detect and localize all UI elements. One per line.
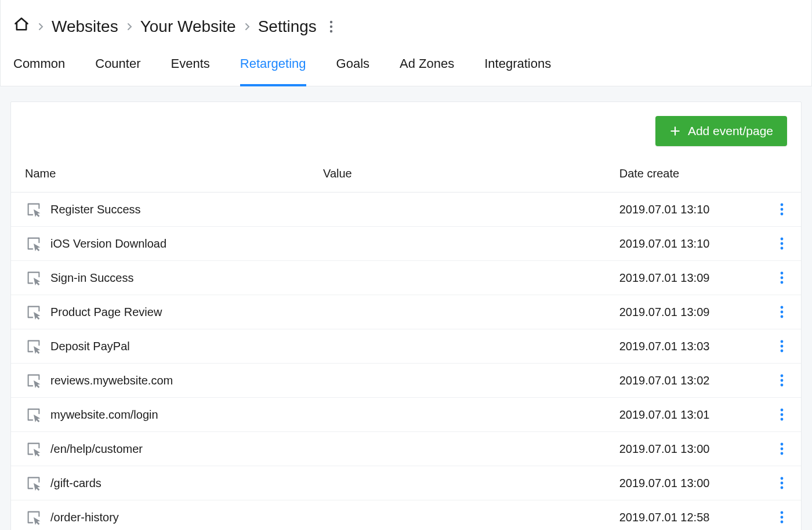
svg-point-14: [781, 315, 784, 318]
svg-point-1: [330, 25, 332, 27]
row-menu-button[interactable]: [777, 371, 787, 390]
page-click-icon: [25, 372, 42, 389]
content-area: Add event/page Name Value Date create Re…: [0, 86, 812, 530]
row-name: Product Page Review: [50, 306, 162, 319]
table-row: mywebsite.com/login 2019.07.01 13:01: [11, 398, 801, 432]
table-row: Register Success 2019.07.01 13:10: [11, 193, 801, 227]
page-click-icon: [25, 509, 42, 526]
row-menu-button[interactable]: [777, 473, 787, 493]
breadcrumb: Websites Your Website Settings: [1, 0, 811, 47]
row-menu-button[interactable]: [777, 302, 787, 322]
home-icon[interactable]: [13, 16, 30, 37]
row-date: 2019.07.01 13:09: [606, 261, 763, 295]
row-date: 2019.07.01 13:10: [606, 193, 763, 227]
page-click-icon: [25, 235, 42, 252]
page-click-icon: [25, 337, 42, 355]
svg-point-11: [781, 281, 784, 284]
svg-point-13: [781, 311, 784, 314]
svg-point-18: [781, 375, 784, 377]
breadcrumb-menu-button[interactable]: [325, 18, 338, 35]
row-menu-button[interactable]: [777, 507, 787, 527]
row-menu-button[interactable]: [777, 199, 787, 219]
row-name: Sign-in Success: [50, 271, 133, 285]
svg-point-20: [781, 384, 784, 387]
row-date: 2019.07.01 13:03: [606, 329, 763, 364]
row-date: 2019.07.01 13:10: [606, 227, 763, 261]
table-row: /en/help/customer 2019.07.01 13:00: [11, 432, 801, 466]
row-value: [309, 295, 606, 329]
row-date: 2019.07.01 13:00: [606, 466, 763, 500]
svg-point-6: [781, 238, 784, 241]
svg-point-27: [781, 477, 784, 480]
page-click-icon: [25, 474, 42, 492]
page-click-icon: [25, 201, 42, 218]
column-header-date: Date create: [606, 153, 763, 193]
table-row: Product Page Review 2019.07.01 13:09: [11, 295, 801, 329]
svg-point-0: [330, 20, 332, 23]
tab-common[interactable]: Common: [13, 47, 65, 86]
events-card: Add event/page Name Value Date create Re…: [10, 101, 802, 530]
svg-point-7: [781, 242, 784, 245]
tab-ad-zones[interactable]: Ad Zones: [400, 47, 454, 86]
page-click-icon: [25, 406, 42, 423]
breadcrumb-your-website[interactable]: Your Website: [140, 17, 236, 36]
table-row: reviews.mywebsite.com 2019.07.01 13:02: [11, 364, 801, 398]
tab-counter[interactable]: Counter: [95, 47, 140, 86]
tab-integrations[interactable]: Integrations: [484, 47, 551, 86]
row-menu-button[interactable]: [777, 405, 787, 424]
svg-point-28: [781, 482, 784, 485]
row-menu-button[interactable]: [777, 439, 787, 459]
tab-events[interactable]: Events: [171, 47, 210, 86]
row-name: Deposit PayPal: [50, 340, 130, 353]
page-click-icon: [25, 440, 42, 458]
svg-point-17: [781, 350, 784, 353]
page-click-icon: [25, 269, 42, 286]
row-value: [309, 364, 606, 398]
chevron-right-icon: [244, 22, 250, 31]
row-value: [309, 193, 606, 227]
svg-point-25: [781, 448, 784, 451]
row-value: [309, 398, 606, 432]
table-row: Sign-in Success 2019.07.01 13:09: [11, 261, 801, 295]
page-click-icon: [25, 303, 42, 321]
svg-point-5: [781, 213, 784, 216]
row-name: /gift-cards: [50, 477, 102, 490]
row-value: [309, 261, 606, 295]
page-header: Websites Your Website Settings Common Co…: [0, 0, 812, 86]
svg-point-8: [781, 247, 784, 250]
tab-retargeting[interactable]: Retargeting: [240, 47, 306, 86]
svg-point-3: [781, 204, 784, 206]
events-table: Name Value Date create Register Success …: [11, 153, 801, 530]
row-value: [309, 227, 606, 261]
svg-point-19: [781, 379, 784, 382]
tab-goals[interactable]: Goals: [336, 47, 369, 86]
row-menu-button[interactable]: [777, 268, 787, 288]
svg-point-31: [781, 516, 784, 519]
svg-point-10: [781, 277, 784, 279]
row-value: [309, 500, 606, 531]
row-value: [309, 329, 606, 364]
table-row: /order-history 2019.07.01 12:58: [11, 500, 801, 531]
svg-point-16: [781, 345, 784, 348]
tab-bar: Common Counter Events Retargeting Goals …: [1, 47, 811, 86]
row-date: 2019.07.01 12:58: [606, 500, 763, 531]
svg-point-23: [781, 418, 784, 421]
row-name: mywebsite.com/login: [50, 408, 158, 422]
svg-point-21: [781, 409, 784, 412]
svg-point-12: [781, 306, 784, 309]
table-row: iOS Version Download 2019.07.01 13:10: [11, 227, 801, 261]
svg-point-9: [781, 272, 784, 275]
breadcrumb-settings[interactable]: Settings: [258, 17, 317, 36]
svg-point-2: [330, 30, 332, 32]
svg-point-30: [781, 511, 784, 514]
table-row: Deposit PayPal 2019.07.01 13:03: [11, 329, 801, 364]
svg-point-15: [781, 340, 784, 343]
add-event-page-button[interactable]: Add event/page: [655, 116, 787, 146]
breadcrumb-websites[interactable]: Websites: [52, 17, 118, 36]
row-menu-button[interactable]: [777, 336, 787, 356]
row-name: /en/help/customer: [50, 442, 143, 456]
table-row: /gift-cards 2019.07.01 13:00: [11, 466, 801, 500]
svg-point-32: [781, 521, 784, 524]
svg-point-22: [781, 413, 784, 416]
row-menu-button[interactable]: [777, 234, 787, 253]
